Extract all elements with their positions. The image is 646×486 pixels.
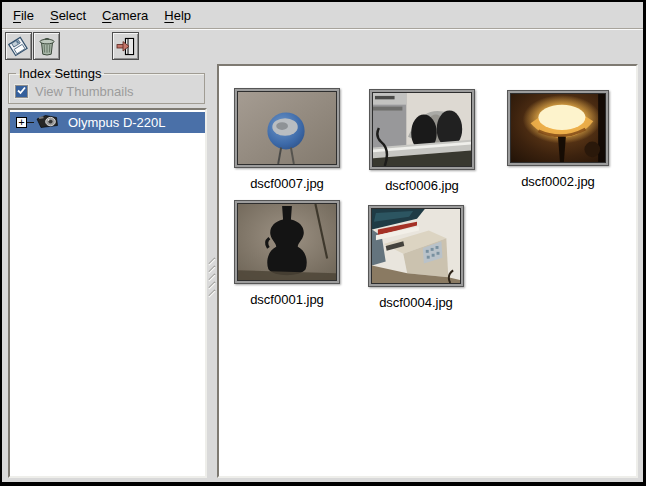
exit-button[interactable] <box>112 32 139 60</box>
menu-help[interactable]: Help <box>156 4 199 27</box>
trash-icon <box>37 36 57 57</box>
thumbnail-filename: dscf0006.jpg <box>369 178 475 193</box>
menu-camera-rest: amera <box>112 8 149 23</box>
index-settings-frame: Index Settings View Thumbnails <box>8 66 205 104</box>
camera-icon <box>35 113 60 133</box>
tree-connector-line <box>27 122 34 123</box>
view-thumbnails-checkbox[interactable] <box>15 85 28 98</box>
thumbnail-filename: dscf0002.jpg <box>507 174 609 189</box>
menu-file[interactable]: File <box>5 4 42 27</box>
delete-button[interactable] <box>33 32 60 60</box>
thumbnail-image-dscf0001[interactable] <box>234 200 340 284</box>
thumbnail-item-dscf0004[interactable]: dscf0004.jpg <box>368 205 464 310</box>
tree-expander-icon[interactable]: + <box>16 117 27 128</box>
menu-select[interactable]: Select <box>42 4 94 27</box>
thumbnail-item-dscf0002[interactable]: dscf0002.jpg <box>507 90 609 189</box>
checkmark-icon <box>16 84 27 99</box>
exit-door-icon <box>115 37 136 56</box>
thumbnail-filename: dscf0001.jpg <box>234 292 340 307</box>
thumbnail-item-dscf0007[interactable]: dscf0007.jpg <box>234 88 340 191</box>
index-settings-title: Index Settings <box>16 66 104 81</box>
menubar: File Select Camera Help <box>2 2 643 29</box>
thumbnail-image-dscf0004[interactable] <box>368 205 464 287</box>
thumbnail-item-dscf0006[interactable]: dscf0006.jpg <box>369 89 475 193</box>
menu-help-accel: H <box>164 8 173 23</box>
menu-camera-accel: C <box>102 8 111 23</box>
floppy-disk-icon <box>8 36 29 57</box>
menu-file-accel: F <box>13 8 21 23</box>
menu-select-rest: elect <box>59 8 86 23</box>
thumbnail-panel: dscf0007.jpg <box>217 64 638 478</box>
view-thumbnails-label: View Thumbnails <box>35 84 134 99</box>
pane-splitter-grip[interactable] <box>208 254 216 298</box>
thumbnail-image-dscf0007[interactable] <box>234 88 340 168</box>
tree-row-olympus[interactable]: + Olympus D-220L <box>10 112 205 133</box>
camera-tree[interactable]: + Olympus D-220L <box>8 108 207 478</box>
menu-select-accel: S <box>50 8 59 23</box>
thumbnail-item-dscf0001[interactable]: dscf0001.jpg <box>234 200 340 307</box>
save-button[interactable] <box>5 32 32 60</box>
menu-camera[interactable]: Camera <box>94 4 156 27</box>
thumbnail-filename: dscf0004.jpg <box>368 295 464 310</box>
view-thumbnails-row[interactable]: View Thumbnails <box>15 84 204 99</box>
menu-file-rest: ile <box>21 8 34 23</box>
thumbnail-image-dscf0002[interactable] <box>507 90 609 166</box>
tree-item-label: Olympus D-220L <box>68 115 166 130</box>
menu-help-rest: elp <box>174 8 191 23</box>
gtkam-window: File Select Camera Help <box>0 0 646 486</box>
thumbnail-filename: dscf0007.jpg <box>234 176 340 191</box>
thumbnail-image-dscf0006[interactable] <box>369 89 475 170</box>
